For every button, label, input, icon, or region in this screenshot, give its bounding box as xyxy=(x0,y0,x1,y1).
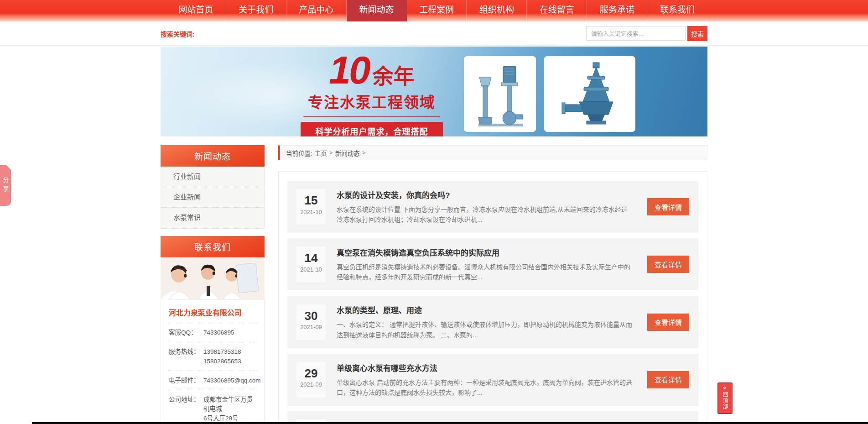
news-day: 14 xyxy=(296,251,326,265)
contact-value: 13981735318 15802865653 xyxy=(203,347,256,366)
banner-slogan: 10余年 专注水泵工程领域 科学分析用户需求，合理搭配 提供多级泵解决方案 xyxy=(292,50,452,136)
news-day: 30 xyxy=(296,309,326,323)
nav-item-about[interactable]: 关于我们 xyxy=(226,0,286,21)
news-date-box: 30 2021-09 xyxy=(296,304,326,340)
sidebar-item-industry-news[interactable]: 行业新闻 xyxy=(161,167,264,187)
nav-item-home[interactable]: 网站首页 xyxy=(166,0,226,21)
news-title[interactable]: 水泵的类型、原理、用途 xyxy=(337,304,634,315)
breadcrumb-link-news[interactable]: 新闻动态 xyxy=(335,148,360,157)
view-detail-button[interactable]: 查看详情 xyxy=(647,256,689,273)
news-year-month: 2021-10 xyxy=(296,209,326,215)
pump-image-vertical-pumps xyxy=(464,56,536,132)
news-excerpt: 一、水泵的定义： 通常把提升液体、输送液体或使液体增加压力，即把原动机的机械能变… xyxy=(337,319,634,340)
news-year-month: 2021-09 xyxy=(296,324,326,330)
news-item[interactable]: 15 2021-10 水泵的设计及安装，你真的会吗? 水泵在系统的设计位置 下面… xyxy=(287,181,698,233)
search-keywords-label: 搜索关键词: xyxy=(161,29,195,38)
sidebar-contact-header: 联系我们 xyxy=(161,236,265,257)
search-input[interactable] xyxy=(586,26,686,41)
company-name: 河北力泉泵业有限公司 xyxy=(168,301,257,323)
contact-value: 成都市金牛区万贯机电城 6号大厅29号 xyxy=(203,395,256,423)
news-date-box: 15 2021-10 xyxy=(296,189,326,225)
news-year-month: 2021-09 xyxy=(296,381,326,388)
sidebar-item-pump-knowledge[interactable]: 水泵常识 xyxy=(161,208,264,228)
contact-row-email: 电子邮件： 743306895@qq.com xyxy=(168,371,257,390)
banner-red-box: 科学分析用户需求，合理搭配 提供多级泵解决方案 xyxy=(301,122,443,136)
view-detail-button[interactable]: 查看详情 xyxy=(647,198,689,215)
breadcrumb-prefix: 当前位置: xyxy=(286,148,312,157)
back-to-top-label: 回顶部 xyxy=(721,392,729,409)
breadcrumb-separator: > xyxy=(329,149,333,156)
news-item[interactable]: 14 2021-10 真空泵在消失模铸造真空负压系统中的实际应用 真空负压机组是… xyxy=(287,238,698,290)
news-title[interactable]: 单级离心水泵有哪些充水方法 xyxy=(337,362,634,373)
contact-value: 743306895@qq.com xyxy=(203,376,261,385)
news-day: 15 xyxy=(296,194,326,207)
nav-item-cases[interactable]: 工程案例 xyxy=(407,0,467,21)
view-detail-button[interactable]: 查看详情 xyxy=(647,371,689,388)
footer-top-edge xyxy=(32,422,868,424)
top-navigation: 网站首页 关于我们 产品中心 新闻动态 工程案例 组织机构 在线留言 服务承诺 … xyxy=(0,0,868,21)
news-excerpt: 水泵在系统的设计位置 下面为您分享一般而言，冷冻水泵应设在冷水机组前端,从末端回… xyxy=(337,204,634,225)
search-bar: 搜索关键词: 搜索 xyxy=(0,21,868,46)
news-title[interactable]: 水泵的设计及安装，你真的会吗? xyxy=(337,189,634,200)
main-content: 当前位置: 主页 > 新闻动态 > 15 2021-10 水泵的设计及安装，你真… xyxy=(278,145,707,424)
sidebar-item-company-news[interactable]: 企业新闻 xyxy=(161,187,264,208)
contact-label: 电子邮件： xyxy=(169,376,203,385)
banner-divider xyxy=(303,116,440,117)
news-title[interactable]: 真空泵在消失模铸造真空负压系统中的实际应用 xyxy=(337,246,634,258)
news-day: 29 xyxy=(296,367,326,380)
nav-item-news[interactable]: 新闻动态 xyxy=(347,0,407,21)
contact-info-box: 河北力泉泵业有限公司 客服QQ： 743306895 服务热线： 1398173… xyxy=(161,300,265,424)
breadcrumb-separator: > xyxy=(362,149,366,156)
news-date-box: 29 2021-09 xyxy=(296,362,326,398)
news-date-box: 14 2021-10 xyxy=(296,246,326,282)
nav-item-contact[interactable]: 联系我们 xyxy=(647,0,707,21)
chevron-up-icon: « xyxy=(722,386,728,389)
contact-label: 服务热线： xyxy=(169,347,203,366)
share-tab[interactable]: 分享 xyxy=(0,165,11,206)
banner-years-number: 10 xyxy=(329,48,369,92)
hero-banner: 10余年 专注水泵工程领域 科学分析用户需求，合理搭配 提供多级泵解决方案 xyxy=(161,47,707,136)
main-menu: 网站首页 关于我们 产品中心 新闻动态 工程案例 组织机构 在线留言 服务承诺 … xyxy=(166,0,707,21)
sidebar-news-menu: 行业新闻 企业新闻 水泵常识 xyxy=(161,167,265,229)
sidebar-news-header: 新闻动态 xyxy=(161,145,265,167)
news-item[interactable]: 29 2021-09 单级离心水泵有哪些充水方法 单级离心水泵 启动前的充水方法… xyxy=(287,354,698,406)
banner-years-suffix: 余年 xyxy=(373,64,415,88)
nav-item-organization[interactable]: 组织机构 xyxy=(467,0,527,21)
search-button[interactable]: 搜索 xyxy=(687,26,707,41)
breadcrumb-link-home[interactable]: 主页 xyxy=(315,148,327,157)
view-detail-button[interactable]: 查看详情 xyxy=(647,314,689,331)
news-item[interactable]: 30 2021-09 水泵的类型、原理、用途 一、水泵的定义： 通常把提升液体、… xyxy=(287,296,698,348)
sidebar: 新闻动态 行业新闻 企业新闻 水泵常识 联系我们 xyxy=(161,145,265,424)
contact-row-qq: 客服QQ： 743306895 xyxy=(168,323,257,342)
customer-service-photo xyxy=(161,257,265,300)
banner-box-line1: 科学分析用户需求，合理搭配 xyxy=(303,125,440,136)
nav-item-message[interactable]: 在线留言 xyxy=(527,0,587,21)
nav-item-service-promise[interactable]: 服务承诺 xyxy=(587,0,647,21)
contact-row-hotline: 服务热线： 13981735318 15802865653 xyxy=(168,342,257,371)
news-year-month: 2021-10 xyxy=(296,266,326,273)
nav-item-products[interactable]: 产品中心 xyxy=(286,0,347,21)
contact-row-address: 公司地址： 成都市金牛区万贯机电城 6号大厅29号 xyxy=(168,390,257,424)
news-excerpt: 真空负压机组是消失模铸造技术的必要设备。淄博众人机械有限公司结合国内外相关技术及… xyxy=(337,262,634,282)
contact-label: 客服QQ： xyxy=(169,328,203,337)
banner-headline: 专注水泵工程领域 xyxy=(292,90,452,112)
news-list-panel: 15 2021-10 水泵的设计及安装，你真的会吗? 水泵在系统的设计位置 下面… xyxy=(278,171,707,424)
breadcrumb: 当前位置: 主页 > 新闻动态 > xyxy=(278,145,707,160)
share-tab-label: 分享 xyxy=(1,177,10,194)
news-excerpt: 单级离心水泵 启动前的充水方法主要有两种：一种是采用装配底阀充水，底阀为单向阀，… xyxy=(337,377,634,398)
back-to-top-button[interactable]: « 回顶部 xyxy=(717,382,733,414)
contact-label: 公司地址： xyxy=(169,395,203,423)
pump-image-cyclone-pump xyxy=(544,56,635,132)
contact-value: 743306895 xyxy=(203,328,256,337)
